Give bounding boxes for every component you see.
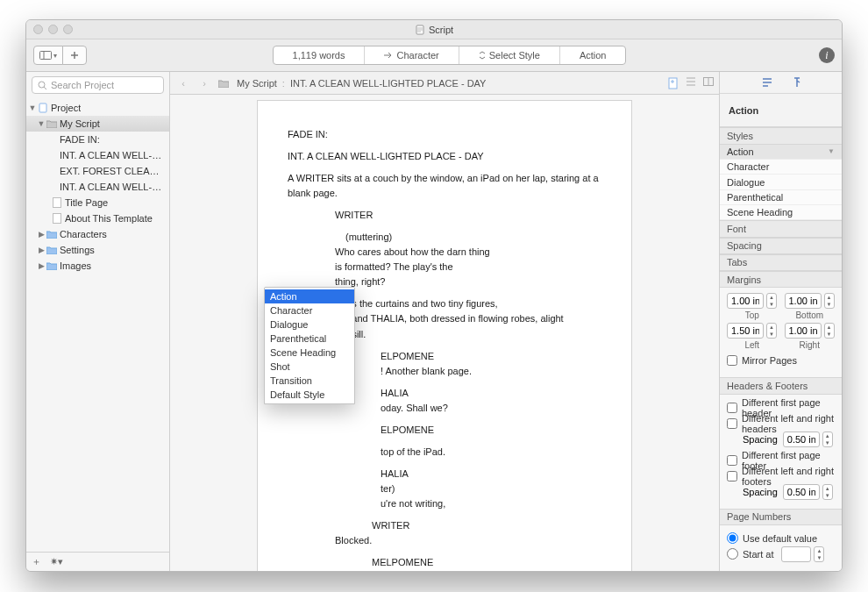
tree-item[interactable]: INT. A CLEAN WELL-LIGHT... <box>26 179 169 195</box>
folder-icon <box>46 118 58 129</box>
current-style-button[interactable]: Action <box>560 46 626 64</box>
margin-right-input[interactable] <box>785 323 822 339</box>
style-list-item[interactable]: Parenthetical <box>720 190 842 205</box>
style-menu-item[interactable]: Default Style <box>265 388 354 402</box>
section-header-hf[interactable]: Headers & Footers <box>720 377 842 394</box>
add-item-button[interactable]: ＋ <box>32 555 41 568</box>
style-menu-item[interactable]: Action <box>265 289 354 303</box>
section-header-styles[interactable]: Styles <box>720 127 842 144</box>
pn-start-at-radio[interactable]: Start at ▲▼ <box>727 546 835 562</box>
titlebar: Script <box>26 20 842 39</box>
stepper[interactable]: ▲▼ <box>824 293 835 309</box>
header-spacing-input[interactable] <box>783 432 820 447</box>
dialogue: Who cares about how the darn thing <box>335 245 545 260</box>
parenthetical: ter) <box>381 481 601 496</box>
stepper[interactable]: ▲▼ <box>766 323 777 339</box>
character-cue: ELPOMENE <box>381 349 601 364</box>
character-cue: WRITER <box>372 518 601 533</box>
style-menu-item[interactable]: Dialogue <box>265 317 354 332</box>
dialogue: oday. Shall we? <box>381 401 591 416</box>
script-line: FADE IN: <box>288 127 601 142</box>
margin-bottom-input[interactable] <box>785 293 822 309</box>
margin-top-input[interactable] <box>727 293 764 309</box>
script-line: A WRITER sits at a couch by the window, … <box>288 171 601 201</box>
nav-back-button[interactable]: ‹ <box>175 75 191 91</box>
style-list-item[interactable]: Action▼ <box>720 145 842 160</box>
style-menu-item[interactable]: Parenthetical <box>265 332 354 346</box>
page-numbers-panel: Use default value Start at ▲▼ <box>720 525 842 571</box>
traffic-lights <box>33 25 73 34</box>
tree-item[interactable]: EXT. FOREST CLEARING - DAY <box>26 163 169 179</box>
style-menu-item[interactable]: Transition <box>265 374 354 388</box>
tree-item[interactable]: INT. A CLEAN WELL-LIGHT... <box>26 147 169 163</box>
section-header-page-numbers[interactable]: Page Numbers <box>720 509 842 525</box>
inspector-panel: Action Styles Action▼ Character Dialogue… <box>719 72 842 571</box>
tree-folder-myscript[interactable]: ▼ My Script <box>26 116 169 132</box>
stepper[interactable]: ▲▼ <box>824 323 835 339</box>
style-list-item[interactable]: Dialogue <box>720 175 842 189</box>
breadcrumb[interactable]: My Script : INT. A CLEAN WELL-LIGHTED PL… <box>217 78 663 89</box>
view-mode-button[interactable]: ▾ <box>33 46 63 65</box>
next-style-button[interactable]: Character <box>365 46 459 64</box>
stepper[interactable]: ▲▼ <box>814 546 824 562</box>
word-count: 1,119 words <box>274 46 366 64</box>
toolbar-segment: 1,119 words Character Select Style Actio… <box>273 46 627 65</box>
split-icon[interactable] <box>703 77 714 89</box>
new-doc-icon[interactable] <box>668 77 679 89</box>
tree-item[interactable]: Title Page <box>26 195 169 210</box>
section-header-tabs[interactable]: Tabs <box>720 254 842 271</box>
tree-folder[interactable]: ▶ Settings <box>26 242 169 258</box>
character-cue: HALIA <box>381 467 601 481</box>
style-list-item[interactable]: Character <box>720 160 842 175</box>
zoom-icon[interactable] <box>63 25 73 34</box>
style-popup: Action Character Dialogue Parenthetical … <box>264 287 355 404</box>
tree-folder[interactable]: ▶ Characters <box>26 226 169 242</box>
headers-footers-panel: Different first page header Different le… <box>720 395 842 509</box>
nav-forward-button[interactable]: › <box>196 75 212 91</box>
close-icon[interactable] <box>33 25 43 34</box>
gear-menu-button[interactable]: ✷▾ <box>50 556 63 567</box>
add-button[interactable] <box>62 46 87 65</box>
character-cue: ELPOMENE <box>381 423 601 438</box>
stepper[interactable]: ▲▼ <box>822 484 833 500</box>
diff-lr-headers-checkbox[interactable]: Different left and right headers <box>727 416 835 432</box>
margins-panel: ▲▼ Top ▲▼ Bottom ▲▼ Left ▲▼ Righ <box>720 288 842 377</box>
search-input[interactable]: Search Project <box>32 76 164 94</box>
tree-item[interactable]: FADE IN: <box>26 132 169 147</box>
diff-lr-footers-checkbox[interactable]: Different left and right footers <box>727 468 835 484</box>
style-menu-item[interactable]: Shot <box>265 360 354 374</box>
footer-spacing-input[interactable] <box>783 484 820 500</box>
section-header-spacing[interactable]: Spacing <box>720 238 842 254</box>
stepper[interactable]: ▲▼ <box>766 293 777 309</box>
mirror-pages-checkbox[interactable]: Mirror Pages <box>727 353 835 368</box>
folder-icon <box>217 78 230 89</box>
disclosure-triangle-icon[interactable]: ▶ <box>37 246 46 254</box>
inspector-tab-format[interactable] <box>761 76 773 89</box>
tree-item[interactable]: About This Template <box>26 210 169 226</box>
character-cue: HALIA <box>381 386 601 401</box>
section-header-font[interactable]: Font <box>720 220 842 237</box>
disclosure-triangle-icon[interactable]: ▼ <box>37 119 46 128</box>
disclosure-triangle-icon[interactable]: ▶ <box>37 230 46 239</box>
style-list-item[interactable]: Scene Heading <box>720 205 842 220</box>
outline-icon[interactable] <box>686 77 696 89</box>
style-menu-item[interactable]: Scene Heading <box>265 346 354 360</box>
tree-folder[interactable]: ▶ Images <box>26 258 169 274</box>
pn-default-radio[interactable]: Use default value <box>727 531 835 546</box>
document-icon <box>415 25 425 35</box>
section-header-margins[interactable]: Margins <box>720 271 842 288</box>
disclosure-triangle-icon[interactable]: ▼ <box>28 103 37 112</box>
margin-left-input[interactable] <box>727 323 764 339</box>
tree-root[interactable]: ▼ Project <box>26 100 169 116</box>
disclosure-triangle-icon[interactable]: ▶ <box>37 261 46 270</box>
inspector-tabs <box>720 72 842 94</box>
minimize-icon[interactable] <box>48 25 58 34</box>
stepper[interactable]: ▲▼ <box>822 432 833 447</box>
select-style-button[interactable]: Select Style <box>459 46 560 64</box>
page-area[interactable]: FADE IN: INT. A CLEAN WELL-LIGHTED PLACE… <box>170 95 719 571</box>
pn-start-at-input[interactable] <box>781 546 811 562</box>
inspector-toggle-button[interactable]: i <box>819 47 835 63</box>
style-menu-item[interactable]: Character <box>265 303 354 317</box>
inspector-tab-text[interactable] <box>793 76 801 89</box>
app-window: Script ▾ 1,119 words Character Select St… <box>25 19 843 572</box>
